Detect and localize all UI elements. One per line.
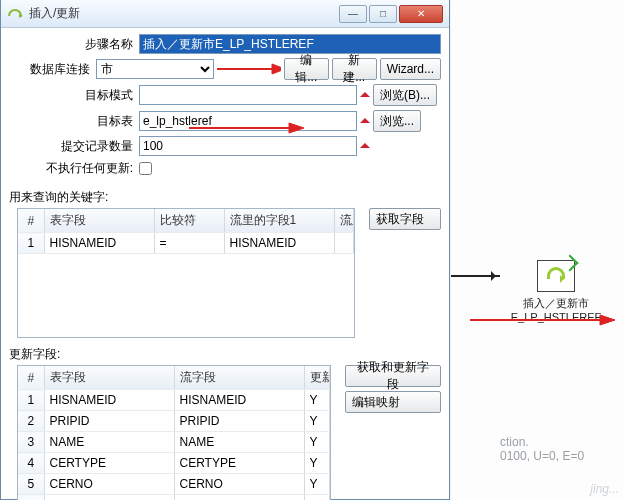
db-conn-label: 数据库连接 — [9, 61, 96, 78]
design-canvas[interactable] — [451, 0, 623, 500]
no-update-label: 不执行任何更新: — [9, 160, 139, 177]
annotation-arrow-3-icon — [470, 310, 620, 330]
keys-section-label: 用来查询的关键字: — [1, 185, 449, 208]
col-field[interactable]: 表字段 — [44, 209, 154, 233]
app-icon — [7, 6, 23, 22]
table-row[interactable]: 1HISNAMEIDHISNAMEIDY — [18, 390, 330, 411]
browse-table-button[interactable]: 浏览... — [373, 110, 421, 132]
no-update-checkbox[interactable] — [139, 162, 152, 175]
table-label: 目标表 — [9, 113, 139, 130]
schema-input[interactable] — [139, 85, 357, 105]
maximize-button[interactable]: □ — [369, 5, 397, 23]
table-row[interactable]: 5CERNOCERNOY — [18, 474, 330, 495]
log-text: ction.0100, U=0, E=0 — [500, 435, 584, 463]
table-row[interactable]: 6S_EXT_FROMNODES_EXT_FROMNODEY — [18, 495, 330, 501]
col-field[interactable]: 表字段 — [44, 366, 174, 390]
col-stream[interactable]: 流字段 — [174, 366, 304, 390]
close-button[interactable]: ✕ — [399, 5, 443, 23]
table-row[interactable]: 3NAMENAMEY — [18, 432, 330, 453]
window-title: 插入/更新 — [29, 5, 339, 22]
keys-table[interactable]: # 表字段 比较符 流里的字段1 流里的 1HISNAMEID=HISNAMEI… — [17, 208, 355, 338]
table-row[interactable]: 1HISNAMEID=HISNAMEID — [18, 233, 354, 254]
new-conn-button[interactable]: 新建... — [332, 58, 377, 80]
col-num[interactable]: # — [18, 209, 44, 233]
svg-marker-4 — [272, 64, 281, 74]
edit-conn-button[interactable]: 编辑... — [284, 58, 329, 80]
watermark: jing... — [590, 482, 619, 496]
col-upd[interactable]: 更新 — [304, 366, 330, 390]
col-sf2[interactable]: 流里的 — [334, 209, 354, 233]
commit-input[interactable] — [139, 136, 357, 156]
col-num[interactable]: # — [18, 366, 44, 390]
edit-mapping-button[interactable]: 编辑映射 — [345, 391, 441, 413]
wizard-button[interactable]: Wizard... — [380, 58, 441, 80]
browse-schema-button[interactable]: 浏览(B)... — [373, 84, 437, 106]
step-name-label: 步骤名称 — [9, 36, 139, 53]
svg-marker-1 — [600, 315, 615, 325]
insert-update-icon — [537, 260, 575, 292]
annotation-arrow-2-icon — [189, 120, 309, 136]
annotation-arrow-1-icon — [217, 62, 281, 76]
col-sf1[interactable]: 流里的字段1 — [224, 209, 334, 233]
hop-line — [451, 275, 500, 277]
schema-label: 目标模式 — [9, 87, 139, 104]
dialog-insert-update: 插入/更新 — □ ✕ 步骤名称 数据库连接 市 编辑... 新建... Wiz… — [0, 0, 450, 500]
svg-marker-6 — [289, 123, 304, 133]
minimize-button[interactable]: — — [339, 5, 367, 23]
table-row[interactable]: 2PRIPIDPRIPIDY — [18, 411, 330, 432]
commit-label: 提交记录数量 — [9, 138, 139, 155]
get-update-fields-button[interactable]: 获取和更新字段 — [345, 365, 441, 387]
update-table[interactable]: # 表字段 流字段 更新 1HISNAMEIDHISNAMEIDY2PRIPID… — [17, 365, 331, 500]
col-comp[interactable]: 比较符 — [154, 209, 224, 233]
table-row[interactable]: 4CERTYPECERTYPEY — [18, 453, 330, 474]
var-icon — [360, 138, 370, 148]
step-name-input[interactable] — [139, 34, 441, 54]
get-fields-button[interactable]: 获取字段 — [369, 208, 441, 230]
var-icon — [360, 87, 370, 97]
db-conn-select[interactable]: 市 — [96, 59, 214, 79]
var-icon — [360, 113, 370, 123]
titlebar[interactable]: 插入/更新 — □ ✕ — [1, 0, 449, 28]
